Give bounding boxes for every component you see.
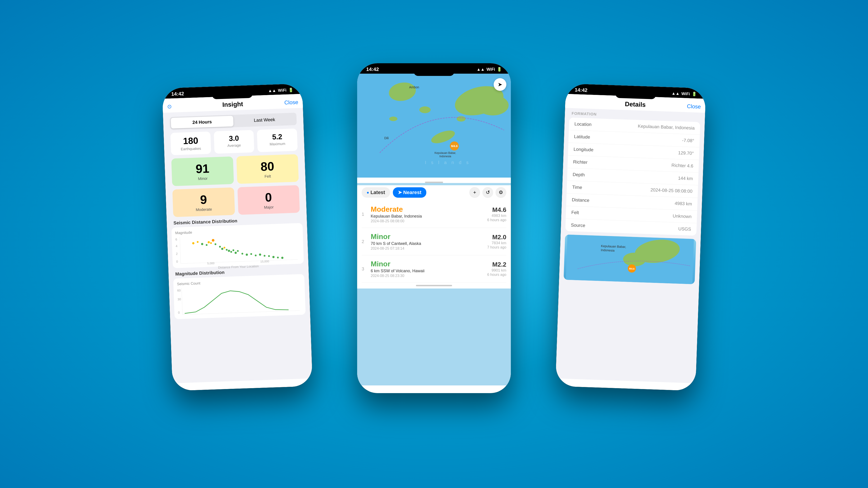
detail-key-longitude: Longitude	[574, 147, 594, 153]
svg-point-11	[215, 243, 216, 245]
svg-point-27	[268, 255, 270, 257]
stats-row: 180 Earthquakes 3.0 Average 5.2 Maximum	[164, 128, 305, 159]
map-screen: Ambon Dili M4.6 Kepulauan Babar, Indones…	[357, 74, 511, 385]
quake-num-2: 2	[362, 239, 367, 244]
details-title: Details	[625, 101, 646, 108]
plus-icon: +	[473, 190, 476, 195]
time-btn-lastweek[interactable]: Last Week	[233, 113, 296, 127]
detail-value-latitude: -7.08°	[682, 138, 694, 143]
colored-cards: 91 Minor 80 Felt 9 Moderate 0 Major	[164, 154, 307, 221]
battery-icon: 🔋	[288, 88, 293, 93]
insight-close-btn[interactable]: Close	[284, 99, 298, 106]
quake-time-1: 6 hours ago	[487, 218, 506, 222]
detail-key-time: Time	[572, 185, 582, 190]
svg-point-7	[206, 244, 208, 246]
maximum-label: Maximum	[270, 142, 285, 146]
details-close-btn[interactable]: Close	[687, 103, 701, 110]
map-pill	[425, 182, 443, 183]
thumb-map-svg: Kepulauan Babar, Indonesia M4.6	[563, 234, 696, 284]
quake-meta-1: M4.6 4983 km 6 hours ago	[487, 206, 506, 222]
svg-point-29	[277, 257, 279, 258]
svg-point-9	[210, 242, 212, 244]
quake-location-1: Kepulauan Babar, Indonesia	[371, 214, 484, 219]
stat-maximum: 5.2 Maximum	[257, 129, 298, 152]
svg-point-20	[237, 250, 239, 252]
time-btn-24h[interactable]: 24 Hours	[170, 116, 233, 129]
svg-point-26	[264, 255, 266, 257]
detail-key-latitude: Latitude	[574, 134, 590, 140]
svg-text:0: 0	[176, 260, 178, 263]
map-location-btn[interactable]: ➤	[494, 78, 506, 91]
svg-point-23	[250, 253, 252, 255]
quake-item-3[interactable]: 3 Minor 6 km SSW of Volcano, Hawaii 2024…	[362, 255, 506, 283]
filter-row: ● Latest ➤ Nearest + ↺	[357, 185, 511, 201]
nearest-arrow-icon: ➤	[398, 190, 402, 195]
seismic-svg: 6 4 2 0	[176, 232, 300, 266]
detail-value-source: USGS	[678, 226, 691, 232]
phone-left-frame: 14:42 ▲▲ WiFi 🔋 ⊙ Insight Close 24 Hours	[162, 84, 313, 391]
filter-btn-nearest[interactable]: ➤ Nearest	[393, 187, 427, 198]
filter-btn-latest[interactable]: ● Latest	[362, 187, 390, 198]
quake-distance-2: 7834 km	[487, 241, 506, 246]
phone-center: 14:42 ▲▲ WiFi 🔋	[357, 63, 511, 393]
average-label: Average	[227, 143, 241, 148]
quake-severity-2: Minor	[371, 232, 484, 241]
detail-value-felt: Unknown	[673, 213, 692, 219]
felt-label: Felt	[265, 174, 271, 179]
magnitude-svg: 60 30 0	[177, 284, 302, 317]
insight-title: Insight	[222, 101, 243, 108]
card-major: 0 Major	[237, 185, 300, 215]
stat-earthquakes: 180 Earthquakes	[170, 131, 211, 155]
quake-time-2: 7 hours ago	[487, 246, 506, 250]
latest-label: Latest	[370, 190, 385, 195]
add-filter-btn[interactable]: +	[469, 187, 480, 198]
svg-text:M4.6: M4.6	[451, 144, 458, 148]
quake-item-1[interactable]: 1 Moderate Kepulauan Babar, Indonesia 20…	[362, 201, 506, 228]
quake-num-1: 1	[362, 212, 367, 217]
right-battery-icon: 🔋	[692, 92, 697, 97]
moderate-label: Moderate	[196, 207, 212, 212]
seismic-dots: 6 4 2 0	[176, 232, 300, 266]
center-dynamic-island	[414, 67, 454, 76]
svg-point-4	[192, 242, 194, 245]
refresh-btn[interactable]: ↺	[483, 187, 493, 198]
svg-text:Indonesia: Indonesia	[439, 155, 451, 158]
svg-point-45	[419, 106, 431, 113]
svg-point-18	[232, 250, 234, 251]
center-time: 14:42	[366, 66, 379, 72]
refresh-icon: ↺	[486, 190, 490, 195]
svg-point-5	[197, 241, 198, 243]
signal-icon: ▲▲	[268, 88, 276, 93]
svg-point-30	[281, 257, 283, 259]
major-label: Major	[264, 205, 274, 210]
earthquakes-label: Earthquakes	[181, 147, 201, 151]
magnitude-chart: Seismic Count 60 30 0	[173, 274, 306, 319]
quake-magnitude-2: M2.0	[487, 234, 506, 241]
quake-list: 1 Moderate Kepulauan Babar, Indonesia 20…	[357, 201, 511, 283]
minor-number: 91	[195, 161, 209, 176]
svg-point-13	[221, 248, 223, 250]
quake-date-2: 2024-08-25 07:18:14	[371, 247, 484, 251]
stat-average: 3.0 Average	[214, 130, 254, 154]
detail-value-location: Kepulauan Babar, Indonesia	[638, 124, 694, 131]
svg-point-24	[255, 255, 256, 256]
svg-line-32	[181, 260, 298, 264]
svg-point-22	[246, 254, 248, 256]
quake-item-2[interactable]: 2 Minor 70 km S of Cantwell, Alaska 2024…	[362, 228, 506, 255]
nearest-label: Nearest	[403, 190, 422, 195]
earthquakes-number: 180	[183, 135, 198, 146]
gear-icon: ⚙	[499, 190, 503, 195]
detail-value-time: 2024-08-25 08:08:00	[650, 187, 692, 194]
svg-point-47	[389, 117, 397, 121]
svg-text:4: 4	[176, 245, 178, 248]
quake-date-1: 2024-08-25 08:08:00	[371, 219, 484, 223]
felt-number: 80	[260, 159, 274, 173]
svg-text:30: 30	[178, 297, 181, 301]
quake-distance-3: 9901 km	[487, 268, 506, 273]
svg-point-42	[477, 95, 508, 116]
detail-key-source: Source	[571, 223, 585, 228]
insight-filter-icon[interactable]: ⊙	[167, 103, 172, 110]
quake-info-2: Minor 70 km S of Cantwell, Alaska 2024-0…	[371, 232, 484, 251]
detail-value-richter: Richter 4.6	[671, 163, 693, 168]
settings-btn[interactable]: ⚙	[495, 187, 506, 198]
